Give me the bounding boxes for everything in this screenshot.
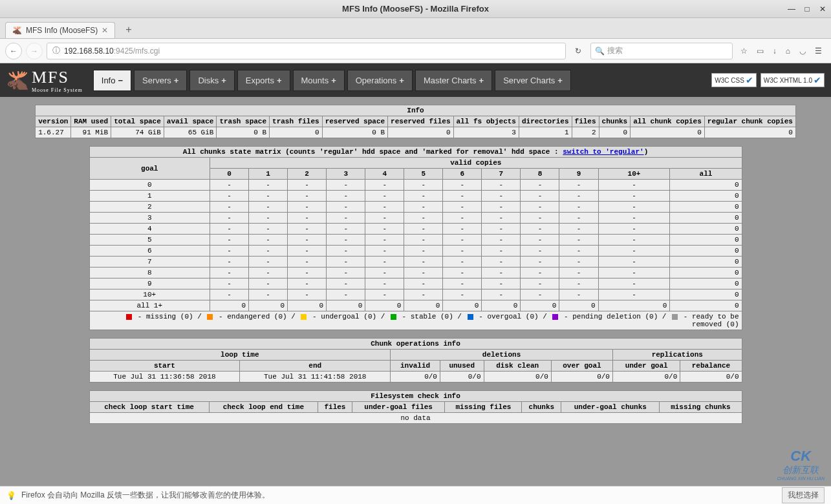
downloads-icon[interactable]: ↓ <box>773 47 777 56</box>
matrix-cell: - <box>404 202 443 213</box>
fs-check-header: check loop start time <box>89 402 209 413</box>
matrix-cell: - <box>598 180 670 191</box>
nav-tab-servers[interactable]: Servers+ <box>134 70 187 91</box>
matrix-cell: - <box>521 202 559 213</box>
nav-tab-operations[interactable]: Operations+ <box>347 70 413 91</box>
matrix-cell: - <box>559 268 598 278</box>
info-header: all fs objects <box>453 116 519 127</box>
browser-tab[interactable]: 🫎 MFS Info (MooseFS) ✕ <box>5 22 115 38</box>
w3c-xhtml-badge[interactable]: W3C XHTML 1.0✔ <box>761 73 825 87</box>
info-header: trash files <box>270 116 323 127</box>
close-window-button[interactable]: ✕ <box>818 5 827 14</box>
matrix-cell: - <box>288 268 327 278</box>
fs-check-header: check loop end time <box>209 402 318 413</box>
matrix-cell: - <box>404 278 443 289</box>
watermark-logo: CK <box>790 448 811 465</box>
nav-tab-disks[interactable]: Disks+ <box>189 70 234 91</box>
matrix-cell: - <box>521 224 559 235</box>
site-info-icon[interactable]: ⓘ <box>52 45 60 56</box>
matrix-cell: 0 <box>670 224 742 235</box>
nav-tab-info[interactable]: Info− <box>93 70 131 91</box>
window-title: MFS Info (MooseFS) - Mozilla Firefox <box>342 4 489 14</box>
back-button[interactable]: ← <box>5 43 22 59</box>
maximize-button[interactable]: □ <box>803 5 812 14</box>
matrix-cell: - <box>559 202 598 213</box>
matrix-cell: - <box>559 278 598 289</box>
address-bar[interactable]: ⓘ 192.168.58.10:9425/mfs.cgi <box>47 43 566 59</box>
info-header: reserved files <box>388 116 453 127</box>
matrix-cell: 0 <box>670 202 742 213</box>
matrix-cell: - <box>598 235 670 246</box>
matrix-cell: - <box>443 246 482 257</box>
matrix-cell: - <box>598 213 670 224</box>
matrix-cell: - <box>288 235 327 246</box>
home-icon[interactable]: ⌂ <box>786 47 790 56</box>
matrix-cell: - <box>521 235 559 246</box>
nav-tab-master-charts[interactable]: Master Charts+ <box>415 70 492 91</box>
matrix-col-header: 3 <box>327 169 365 180</box>
nav-tab-exports[interactable]: Exports+ <box>237 70 290 91</box>
matrix-title: All chunks state matrix (counts 'regular… <box>89 147 742 158</box>
library-icon[interactable]: ▭ <box>757 47 764 56</box>
info-cell: 1.6.27 <box>36 127 71 138</box>
info-header: directories <box>519 116 572 127</box>
reload-button[interactable]: ↻ <box>570 43 587 59</box>
matrix-cell: - <box>521 289 559 300</box>
matrix-cell: - <box>482 246 521 257</box>
info-header: total space <box>111 116 164 127</box>
info-header: trash space <box>217 116 270 127</box>
matrix-cell: - <box>404 246 443 257</box>
loop-time-header: loop time <box>89 350 391 361</box>
switch-regular-link[interactable]: switch to 'regular' <box>563 148 643 156</box>
matrix-cell: - <box>249 224 288 235</box>
tab-title: MFS Info (MooseFS) <box>26 26 98 35</box>
info-cell: 1 <box>519 127 572 138</box>
matrix-legend: - missing (0) / - endangered (0) / - und… <box>89 311 742 330</box>
close-tab-button[interactable]: ✕ <box>102 26 108 35</box>
info-cell: 0 <box>631 127 705 138</box>
matrix-cell: - <box>443 289 482 300</box>
matrix-cell: - <box>482 268 521 278</box>
nav-tab-mounts[interactable]: Mounts+ <box>293 70 345 91</box>
content-area: Info versionRAM usedtotal spaceavail spa… <box>0 97 831 432</box>
url-host: 192.168.58.10 <box>64 47 114 56</box>
minimize-button[interactable]: — <box>787 5 796 14</box>
info-cell: 91 MiB <box>71 127 111 138</box>
matrix-cell: - <box>365 268 404 278</box>
info-cell: 0 <box>270 127 323 138</box>
info-title: Info <box>36 105 796 116</box>
matrix-col-header: 6 <box>443 169 482 180</box>
url-toolbar: ← → ⓘ 192.168.58.10:9425/mfs.cgi ↻ 🔍 搜索 … <box>0 39 831 63</box>
matrix-goal-cell: 0 <box>89 180 210 191</box>
matrix-cell: - <box>482 235 521 246</box>
matrix-cell: 0 <box>521 300 559 311</box>
pocket-icon[interactable]: ◡ <box>799 47 806 56</box>
filesystem-check-table: Filesystem check info check loop start t… <box>89 390 742 424</box>
fs-check-header: missing chunks <box>660 402 742 413</box>
matrix-cell: - <box>443 202 482 213</box>
notification-choice-button[interactable]: 我想选择 <box>782 487 825 503</box>
matrix-cell: 0 <box>327 300 365 311</box>
new-tab-button[interactable]: + <box>120 21 136 38</box>
menu-icon[interactable]: ☰ <box>815 47 822 56</box>
toolbar-icons: ☆ ▭ ↓ ⌂ ◡ ☰ <box>737 47 826 56</box>
mfs-nav-tabs: Info−Servers+Disks+Exports+Mounts+Operat… <box>93 70 571 91</box>
matrix-cell: - <box>249 191 288 202</box>
forward-button[interactable]: → <box>26 43 43 59</box>
matrix-cell: - <box>404 224 443 235</box>
matrix-cell: - <box>210 180 249 191</box>
w3c-css-badge[interactable]: W3C CSS✔ <box>711 73 757 87</box>
stable-color-icon <box>391 314 396 320</box>
matrix-cell: - <box>559 180 598 191</box>
bookmark-star-icon[interactable]: ☆ <box>740 47 748 56</box>
search-box[interactable]: 🔍 搜索 <box>590 43 733 59</box>
matrix-cell: - <box>249 278 288 289</box>
matrix-cell: - <box>482 224 521 235</box>
matrix-cell: 0 <box>670 235 742 246</box>
nav-tab-server-charts[interactable]: Server Charts+ <box>495 70 571 91</box>
matrix-cell: - <box>559 235 598 246</box>
matrix-cell: - <box>210 246 249 257</box>
matrix-cell: - <box>365 278 404 289</box>
chunk-ops-cell: 0/0 <box>551 372 612 383</box>
chunk-ops-cell: 0/0 <box>440 372 484 383</box>
